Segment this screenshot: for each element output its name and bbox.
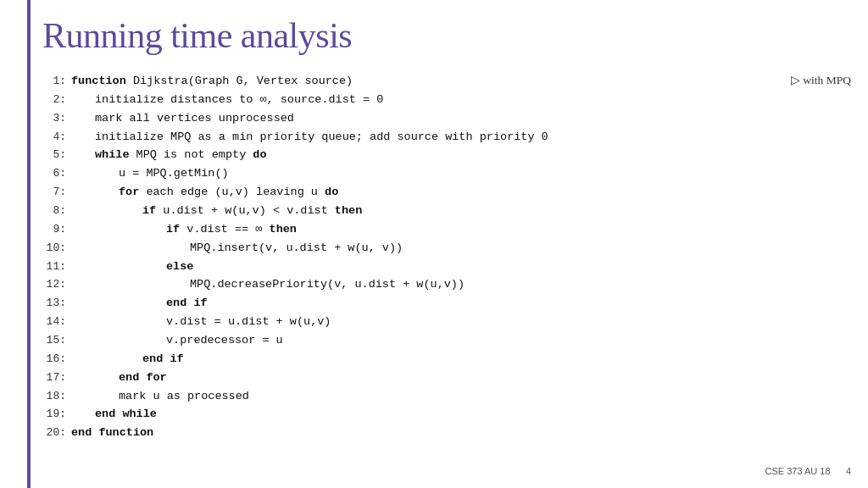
line-number: 6:	[42, 164, 66, 182]
line-text: initialize MPQ as a min priority queue; …	[71, 128, 851, 147]
line-number: 12:	[42, 275, 66, 293]
algo-line-2: 2: initialize distances to ∞, source.dis…	[42, 91, 851, 109]
line-text: for each edge (u,v) leaving u do	[71, 183, 851, 202]
algo-line-9: 9: if v.dist == ∞ then	[42, 220, 851, 239]
line-number: 18:	[42, 387, 66, 405]
algo-line-13: 13: end if	[42, 294, 851, 313]
accent-bar	[27, 0, 31, 488]
line-text: MPQ.insert(v, u.dist + w(u, v))	[71, 239, 851, 258]
algo-line-19: 19: end while	[42, 405, 851, 424]
line-number: 7:	[42, 183, 66, 201]
line-number: 14:	[42, 313, 66, 330]
algo-line-11: 11: else	[42, 258, 851, 276]
line-text: while MPQ is not empty do	[71, 146, 851, 164]
line-text: mark all vertices unprocessed	[71, 109, 851, 128]
page-number: 4	[846, 466, 851, 476]
slide-content: Running time analysis 1: function Dijkst…	[42, 15, 851, 471]
line-text: else	[71, 258, 851, 276]
algo-line-3: 3: mark all vertices unprocessed	[42, 109, 851, 128]
line-number: 3:	[42, 109, 66, 127]
line-text: v.dist = u.dist + w(u,v)	[71, 313, 851, 331]
line-number: 5:	[42, 146, 66, 164]
algo-line-17: 17: end for	[42, 369, 851, 387]
course-label: CSE 373 AU 18	[765, 466, 830, 476]
line-number: 4:	[42, 128, 66, 146]
line-number: 19:	[42, 405, 66, 423]
line-text: MPQ.decreasePriority(v, u.dist + w(u,v))	[71, 275, 851, 294]
algo-line-4: 4: initialize MPQ as a min priority queu…	[42, 128, 851, 147]
line-text: if u.dist + w(u,v) < v.dist then	[71, 202, 851, 220]
line-text: function Dijkstra(Graph G, Vertex source…	[71, 72, 791, 91]
line-number: 11:	[42, 258, 66, 275]
line-number: 15:	[42, 331, 66, 349]
line-text: initialize distances to ∞, source.dist =…	[71, 91, 851, 109]
line-comment: ▷ with MPQ	[791, 71, 851, 90]
line-text: end if	[71, 294, 851, 313]
algo-line-14: 14: v.dist = u.dist + w(u,v)	[42, 313, 851, 331]
algo-line-20: 20: end function	[42, 424, 851, 442]
line-text: end while	[71, 405, 851, 424]
algorithm-block: 1: function Dijkstra(Graph G, Vertex sou…	[42, 71, 851, 442]
line-number: 13:	[42, 294, 66, 312]
algo-line-16: 16: end if	[42, 350, 851, 369]
line-number: 17:	[42, 369, 66, 386]
algo-line-15: 15: v.predecessor = u	[42, 331, 851, 350]
slide-footer: CSE 373 AU 18 4	[765, 466, 851, 476]
algo-line-1: 1: function Dijkstra(Graph G, Vertex sou…	[42, 71, 851, 91]
algo-line-8: 8: if u.dist + w(u,v) < v.dist then	[42, 202, 851, 220]
line-text: mark u as processed	[71, 387, 851, 406]
line-number: 8:	[42, 202, 66, 219]
line-text: end if	[71, 350, 851, 369]
algo-line-18: 18: mark u as processed	[42, 387, 851, 406]
algo-line-5: 5: while MPQ is not empty do	[42, 146, 851, 164]
slide-title: Running time analysis	[42, 15, 851, 56]
line-text: if v.dist == ∞ then	[71, 220, 851, 239]
line-number: 20:	[42, 424, 66, 441]
line-number: 1:	[42, 72, 66, 90]
line-number: 16:	[42, 350, 66, 368]
line-number: 10:	[42, 239, 66, 257]
line-text: v.predecessor = u	[71, 331, 851, 350]
line-number: 9:	[42, 220, 66, 238]
algo-line-12: 12: MPQ.decreasePriority(v, u.dist + w(u…	[42, 275, 851, 294]
algo-line-7: 7: for each edge (u,v) leaving u do	[42, 183, 851, 202]
line-number: 2:	[42, 91, 66, 108]
algo-line-10: 10: MPQ.insert(v, u.dist + w(u, v))	[42, 239, 851, 258]
line-text: u = MPQ.getMin()	[71, 164, 851, 183]
line-text: end function	[71, 424, 851, 442]
line-text: end for	[71, 369, 851, 387]
algo-line-6: 6: u = MPQ.getMin()	[42, 164, 851, 183]
